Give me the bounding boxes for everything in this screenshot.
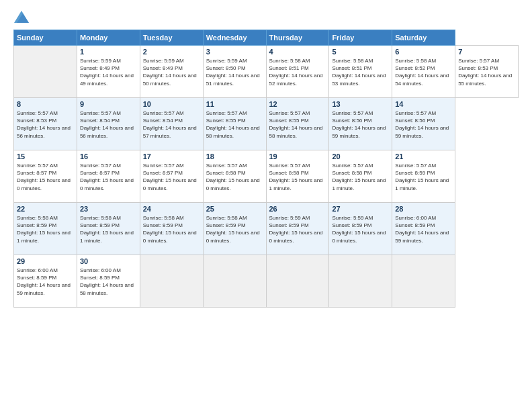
day-info: Sunrise: 5:58 AMSunset: 8:52 PMDaylight:…: [395, 57, 452, 87]
calendar-table: SundayMondayTuesdayWednesdayThursdayFrid…: [13, 30, 519, 308]
day-cell: 16Sunrise: 5:57 AMSunset: 8:57 PMDayligh…: [77, 150, 140, 203]
day-info: Sunrise: 5:58 AMSunset: 8:59 PMDaylight:…: [206, 214, 263, 244]
weekday-header-sunday: Sunday: [14, 30, 77, 46]
day-cell: 25Sunrise: 5:58 AMSunset: 8:59 PMDayligh…: [203, 203, 266, 255]
day-info: Sunrise: 5:59 AMSunset: 8:59 PMDaylight:…: [269, 214, 326, 244]
day-info: Sunrise: 5:57 AMSunset: 8:57 PMDaylight:…: [17, 162, 74, 192]
day-info: Sunrise: 5:57 AMSunset: 8:58 PMDaylight:…: [332, 162, 389, 192]
day-number: 1: [80, 48, 137, 56]
day-number: 3: [206, 48, 263, 56]
day-number: 12: [269, 100, 326, 108]
day-number: 26: [269, 205, 326, 213]
weekday-header-friday: Friday: [329, 30, 392, 46]
day-cell: 30Sunrise: 6:00 AMSunset: 8:59 PMDayligh…: [77, 255, 140, 308]
day-info: Sunrise: 6:00 AMSunset: 8:59 PMDaylight:…: [17, 267, 74, 297]
day-info: Sunrise: 5:57 AMSunset: 8:56 PMDaylight:…: [395, 109, 452, 140]
day-info: Sunrise: 5:59 AMSunset: 8:50 PMDaylight:…: [206, 57, 263, 87]
day-info: Sunrise: 5:57 AMSunset: 8:56 PMDaylight:…: [332, 109, 389, 140]
day-number: 30: [80, 257, 137, 265]
day-number: 18: [206, 152, 263, 161]
day-cell: 28Sunrise: 6:00 AMSunset: 8:59 PMDayligh…: [392, 203, 455, 255]
logo-text: [13, 11, 30, 23]
header: [13, 11, 519, 23]
day-number: 6: [395, 48, 452, 56]
day-info: Sunrise: 5:58 AMSunset: 8:51 PMDaylight:…: [332, 57, 389, 87]
logo: [13, 11, 30, 23]
day-cell: 21Sunrise: 5:57 AMSunset: 8:59 PMDayligh…: [392, 150, 455, 203]
day-cell: 3Sunrise: 5:59 AMSunset: 8:50 PMDaylight…: [203, 46, 266, 98]
day-cell: 13Sunrise: 5:57 AMSunset: 8:56 PMDayligh…: [329, 98, 392, 150]
day-cell: 19Sunrise: 5:57 AMSunset: 8:58 PMDayligh…: [266, 150, 329, 203]
week-row-1: 1Sunrise: 5:59 AMSunset: 8:49 PMDaylight…: [14, 46, 519, 98]
day-info: Sunrise: 5:58 AMSunset: 8:59 PMDaylight:…: [143, 214, 200, 244]
day-cell: 27Sunrise: 5:59 AMSunset: 8:59 PMDayligh…: [329, 203, 392, 255]
day-info: Sunrise: 5:57 AMSunset: 8:57 PMDaylight:…: [80, 162, 137, 192]
day-info: Sunrise: 6:00 AMSunset: 8:59 PMDaylight:…: [80, 267, 137, 297]
day-number: 14: [395, 100, 452, 108]
day-info: Sunrise: 5:59 AMSunset: 8:49 PMDaylight:…: [80, 57, 137, 87]
day-info: Sunrise: 5:58 AMSunset: 8:51 PMDaylight:…: [269, 57, 326, 87]
day-info: Sunrise: 5:57 AMSunset: 8:58 PMDaylight:…: [206, 162, 263, 192]
day-info: Sunrise: 5:57 AMSunset: 8:53 PMDaylight:…: [17, 109, 74, 140]
day-cell: [140, 255, 203, 308]
day-cell: 22Sunrise: 5:58 AMSunset: 8:59 PMDayligh…: [14, 203, 77, 255]
day-number: 23: [80, 205, 137, 213]
day-number: 8: [17, 100, 74, 108]
day-cell: 12Sunrise: 5:57 AMSunset: 8:55 PMDayligh…: [266, 98, 329, 150]
day-cell: 6Sunrise: 5:58 AMSunset: 8:52 PMDaylight…: [392, 46, 455, 98]
logo-icon: [14, 11, 29, 23]
day-cell: 23Sunrise: 5:58 AMSunset: 8:59 PMDayligh…: [77, 203, 140, 255]
day-cell: 7Sunrise: 5:57 AMSunset: 8:53 PMDaylight…: [455, 46, 519, 98]
day-number: 10: [143, 100, 200, 108]
weekday-header-row: SundayMondayTuesdayWednesdayThursdayFrid…: [14, 30, 519, 46]
day-info: Sunrise: 5:59 AMSunset: 8:59 PMDaylight:…: [332, 214, 389, 244]
day-number: 13: [332, 100, 389, 108]
day-cell: 15Sunrise: 5:57 AMSunset: 8:57 PMDayligh…: [14, 150, 77, 203]
day-info: Sunrise: 5:58 AMSunset: 8:59 PMDaylight:…: [17, 214, 74, 244]
day-info: Sunrise: 6:00 AMSunset: 8:59 PMDaylight:…: [395, 214, 452, 244]
day-cell: 29Sunrise: 6:00 AMSunset: 8:59 PMDayligh…: [14, 255, 77, 308]
day-number: 2: [143, 48, 200, 56]
day-number: 9: [80, 100, 137, 108]
empty-cell: [14, 46, 77, 98]
day-number: 15: [17, 152, 74, 161]
day-cell: 26Sunrise: 5:59 AMSunset: 8:59 PMDayligh…: [266, 203, 329, 255]
day-info: Sunrise: 5:57 AMSunset: 8:53 PMDaylight:…: [458, 57, 515, 87]
day-cell: [392, 255, 455, 308]
day-number: 11: [206, 100, 263, 108]
day-number: 7: [458, 48, 515, 56]
day-cell: 2Sunrise: 5:59 AMSunset: 8:49 PMDaylight…: [140, 46, 203, 98]
weekday-header-saturday: Saturday: [392, 30, 455, 46]
day-cell: 8Sunrise: 5:57 AMSunset: 8:53 PMDaylight…: [14, 98, 77, 150]
weekday-header-wednesday: Wednesday: [203, 30, 266, 46]
day-number: 17: [143, 152, 200, 161]
day-number: 29: [17, 257, 74, 265]
day-number: 21: [395, 152, 452, 161]
calendar-page: SundayMondayTuesdayWednesdayThursdayFrid…: [0, 0, 532, 411]
day-info: Sunrise: 5:57 AMSunset: 8:59 PMDaylight:…: [395, 162, 452, 192]
day-number: 20: [332, 152, 389, 161]
day-cell: 14Sunrise: 5:57 AMSunset: 8:56 PMDayligh…: [392, 98, 455, 150]
day-info: Sunrise: 5:57 AMSunset: 8:57 PMDaylight:…: [143, 162, 200, 192]
day-number: 19: [269, 152, 326, 161]
day-cell: 1Sunrise: 5:59 AMSunset: 8:49 PMDaylight…: [77, 46, 140, 98]
week-row-2: 8Sunrise: 5:57 AMSunset: 8:53 PMDaylight…: [14, 98, 519, 150]
day-cell: 10Sunrise: 5:57 AMSunset: 8:54 PMDayligh…: [140, 98, 203, 150]
day-info: Sunrise: 5:57 AMSunset: 8:54 PMDaylight:…: [143, 109, 200, 140]
day-cell: 20Sunrise: 5:57 AMSunset: 8:58 PMDayligh…: [329, 150, 392, 203]
day-info: Sunrise: 5:57 AMSunset: 8:54 PMDaylight:…: [80, 109, 137, 140]
day-number: 28: [395, 205, 452, 213]
day-info: Sunrise: 5:58 AMSunset: 8:59 PMDaylight:…: [80, 214, 137, 244]
day-number: 16: [80, 152, 137, 161]
day-info: Sunrise: 5:57 AMSunset: 8:55 PMDaylight:…: [269, 109, 326, 140]
week-row-3: 15Sunrise: 5:57 AMSunset: 8:57 PMDayligh…: [14, 150, 519, 203]
day-cell: [329, 255, 392, 308]
week-row-5: 29Sunrise: 6:00 AMSunset: 8:59 PMDayligh…: [14, 255, 519, 308]
day-number: 22: [17, 205, 74, 213]
day-cell: 11Sunrise: 5:57 AMSunset: 8:55 PMDayligh…: [203, 98, 266, 150]
day-number: 25: [206, 205, 263, 213]
day-number: 24: [143, 205, 200, 213]
day-number: 5: [332, 48, 389, 56]
day-cell: 5Sunrise: 5:58 AMSunset: 8:51 PMDaylight…: [329, 46, 392, 98]
weekday-header-thursday: Thursday: [266, 30, 329, 46]
